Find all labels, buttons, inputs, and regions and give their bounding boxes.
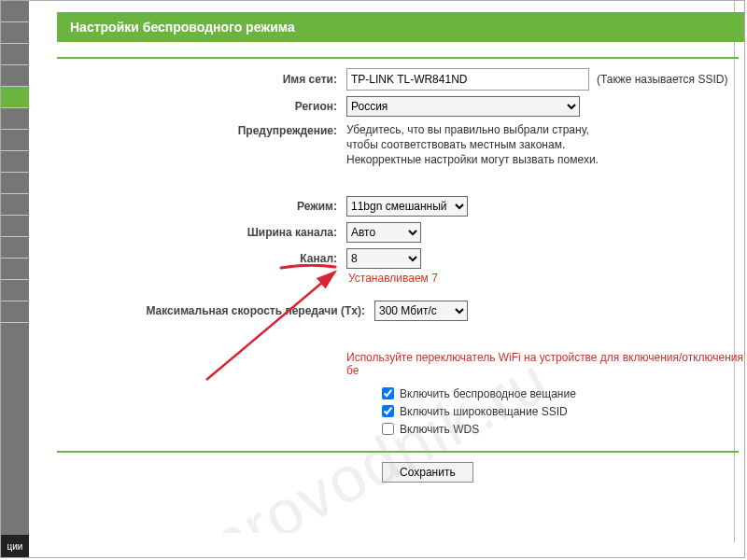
label-warning: Предупреждение: [57,122,346,137]
sidebar-item[interactable] [1,173,29,194]
enable-ssid-broadcast-checkbox[interactable] [382,405,394,417]
wifi-switch-notice: Используйте переключатель WiFi на устрой… [346,351,744,377]
sidebar-item[interactable] [1,65,29,87]
sidebar-item[interactable] [1,130,29,151]
mode-select[interactable]: 11bgn смешанный [346,196,468,217]
sidebar-item[interactable] [1,259,29,280]
enable-wds-label: Включить WDS [400,423,479,436]
sidebar-item[interactable] [1,1,29,22]
label-chwidth: Ширина канала: [57,226,346,239]
label-mode: Режим: [57,200,346,213]
enable-wds-checkbox[interactable] [382,423,394,435]
label-region: Регион: [57,100,346,113]
sidebar-item[interactable] [1,44,29,65]
sidebar-item-active[interactable] [1,87,29,108]
ssid-hint: (Также называется SSID) [597,73,727,86]
sidebar-item[interactable] [1,237,29,259]
sidebar-item[interactable] [1,151,29,173]
warning-text: Убедитесь, что вы правильно выбрали стра… [346,122,617,168]
label-ssid: Имя сети: [57,73,346,86]
sidebar-item[interactable] [1,216,29,237]
ssid-input[interactable] [346,68,589,91]
sidebar-item[interactable] [1,22,29,44]
save-button[interactable]: Сохранить [382,462,473,483]
left-sidebar: ции [1,1,29,557]
sidebar-bottom-label: ции [1,535,29,557]
sidebar-item[interactable] [1,194,29,216]
enable-wireless-label: Включить беспроводное вещание [400,387,576,400]
enable-ssid-broadcast-label: Включить широковещание SSID [400,405,568,418]
label-txrate: Максимальная скорость передачи (Tx): [57,304,374,317]
channel-width-select[interactable]: Авто [346,222,421,243]
sidebar-item[interactable] [1,108,29,130]
divider [57,451,739,453]
sidebar-item[interactable] [1,301,29,323]
page-title: Настройки беспроводного режима [57,12,745,42]
sidebar-item[interactable] [1,280,29,301]
label-channel: Канал: [57,252,346,265]
txrate-select[interactable]: 300 Мбит/с [374,301,468,321]
channel-select[interactable]: 8 [346,248,421,269]
enable-wireless-checkbox[interactable] [382,387,394,399]
main-content: Настройки беспроводного режима Имя сети:… [46,1,744,557]
region-select[interactable]: Россия [346,96,580,117]
divider [57,57,739,59]
